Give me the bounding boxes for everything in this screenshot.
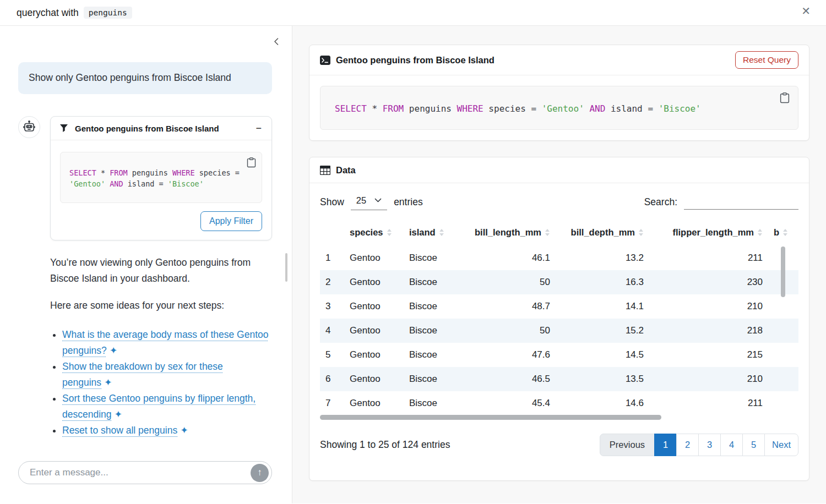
sql-token: SELECT [69,168,96,177]
table-cell: 218 [649,319,768,343]
table-cell: 48.7 [463,294,556,319]
suggestion-link[interactable]: Sort these Gentoo penguins by flipper le… [62,393,256,420]
main-layout: Show only Gentoo penguins from Biscoe Is… [0,26,826,503]
column-label: bill_length_mm [475,227,541,237]
sql-token: island = [605,103,658,114]
suggestion-link[interactable]: Show the breakdown by sex for these peng… [62,361,223,388]
sparkle-icon: ✦ [180,425,188,436]
copy-icon[interactable] [247,157,256,169]
sql-token: * [96,168,110,177]
entries-summary: Showing 1 to 25 of 124 entries [320,439,450,451]
table-cell: 211 [649,391,768,415]
suggestion-link[interactable]: What is the average body mass of these G… [62,329,269,356]
row-index-cell: 1 [320,246,344,270]
horizontal-scrollbar[interactable] [320,415,661,420]
table-row: 7GentooBiscoe45.414.6211 [320,391,798,415]
column-header-island[interactable]: island [404,222,463,246]
table-cell [768,294,798,319]
table-icon [320,166,330,175]
vertical-scrollbar[interactable] [781,246,785,297]
sparkle-icon: ✦ [110,345,118,356]
data-card-body: Show 25 entries Search: [309,183,809,467]
send-button[interactable]: ↑ [251,464,269,482]
suggestion-link[interactable]: Reset to show all penguins [62,425,177,436]
sort-icon [758,229,763,236]
data-table-viewport: speciesislandbill_length_mmbill_depth_mm… [320,222,798,423]
table-row: 5GentooBiscoe47.614.5215 [320,343,798,367]
page-button-2[interactable]: 2 [676,434,699,456]
table-cell: 14.1 [556,294,649,319]
chat-input-bar: ↑ [18,461,272,484]
table-cell: Biscoe [404,319,463,343]
sql-token: SELECT [335,103,367,114]
table-body: 1GentooBiscoe46.113.22112GentooBiscoe501… [320,246,798,415]
table-cell: Gentoo [344,319,404,343]
reset-query-button[interactable]: Reset Query [735,51,798,69]
sidebar-scrollbar[interactable] [285,253,287,282]
app-header: querychat with penguins ✕ [0,0,826,26]
sql-token: species = [483,103,542,114]
page-button-4[interactable]: 4 [720,434,743,456]
column-header-species[interactable]: species [344,222,404,246]
table-footer: Showing 1 to 25 of 124 entries Previous1… [320,434,798,456]
sql-token: * [367,103,383,114]
app-title: querychat with [17,7,79,19]
sql-token: WHERE [172,168,195,177]
sql-token: 'Gentoo' [69,179,105,188]
row-index-cell: 6 [320,367,344,391]
column-header-b[interactable]: b [768,222,798,246]
apply-filter-button[interactable]: Apply Filter [200,211,262,231]
table-cell: 14.5 [556,343,649,367]
sort-icon [545,229,550,236]
column-header-bill_depth_mm[interactable]: bill_depth_mm [556,222,649,246]
page-button-5[interactable]: 5 [742,434,765,456]
table-cell: Biscoe [404,367,463,391]
table-cell: 210 [649,294,768,319]
column-header-bill_length_mm[interactable]: bill_length_mm [463,222,556,246]
data-card: Data Show 25 entries [309,157,809,481]
table-header-row: speciesislandbill_length_mmbill_depth_mm… [320,222,798,246]
sql-code: SELECT * FROM penguins WHERE species = '… [69,168,240,188]
suggestion-item: Show the breakdown by sex for these peng… [62,359,272,391]
table-controls: Show 25 entries Search: [320,194,798,210]
entries-label: entries [394,196,423,208]
sql-token: penguins [128,168,172,177]
search-label: Search: [644,196,677,208]
sort-icon [439,229,444,236]
query-card-title: Gentoo penguins from Biscoe Island [336,55,735,65]
page-button-1[interactable]: 1 [654,434,677,456]
sql-token: species = [195,168,240,177]
table-cell: 46.5 [463,367,556,391]
table-cell: 14.6 [556,391,649,415]
table-cell: 13.2 [556,246,649,270]
table-cell: Gentoo [344,391,404,415]
dashboard: Gentoo penguins from Biscoe Island Reset… [292,26,826,503]
table-cell [768,391,798,415]
table-cell: Biscoe [404,391,463,415]
search-input[interactable] [684,194,798,210]
assistant-paragraph: Here are some ideas for your next steps: [50,298,272,314]
show-label: Show [320,196,344,208]
page-button-3[interactable]: 3 [698,434,721,456]
copy-icon[interactable] [780,92,790,105]
next-page-button[interactable]: Next [764,434,798,456]
avatar [18,116,40,138]
filter-card-header: Gentoo penguins from Biscoe Island − [51,117,271,140]
row-index-cell: 3 [320,294,344,319]
table-cell: Biscoe [404,294,463,319]
sidebar-collapse-icon[interactable] [271,36,282,49]
row-index-header [320,222,344,246]
message-input[interactable] [29,467,251,479]
close-icon[interactable]: ✕ [798,5,814,17]
page-size-select[interactable]: 25 [351,194,387,210]
table-row: 1GentooBiscoe46.113.2211 [320,246,798,270]
previous-page-button[interactable]: Previous [600,434,655,456]
filter-card-title: Gentoo penguins from Biscoe Island [75,124,248,133]
terminal-icon [320,56,330,65]
table-cell [768,319,798,343]
row-index-cell: 5 [320,343,344,367]
query-card-header: Gentoo penguins from Biscoe Island Reset… [309,45,809,75]
collapse-card-icon[interactable]: − [254,123,263,133]
column-header-flipper_length_mm[interactable]: flipper_length_mm [649,222,768,246]
arrow-up-icon: ↑ [257,467,262,478]
